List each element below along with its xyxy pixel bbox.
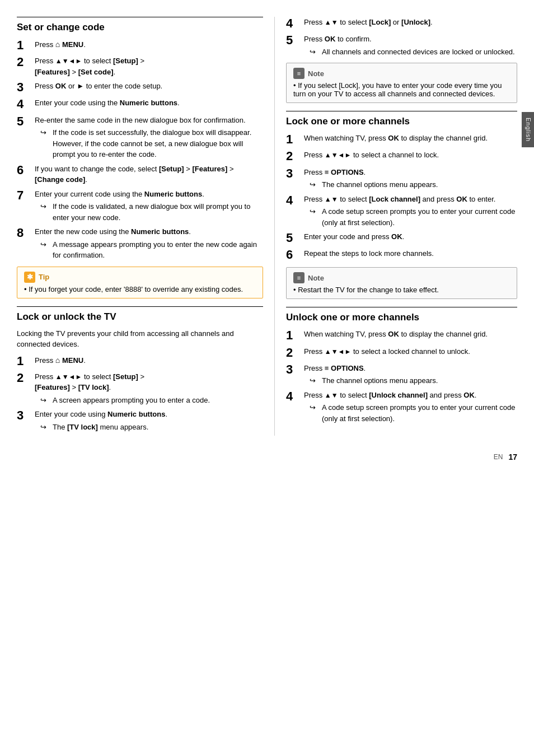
lock-channels-note-icon: ≡: [293, 272, 305, 283]
lc-step-1: 1 When watching TV, press OK to display …: [286, 133, 517, 146]
step-8: 8 Enter the new code using the Numeric b…: [17, 226, 263, 261]
step-6-content: If you want to change the code, select […: [35, 164, 263, 185]
lock-step-5: 5 Press OK to confirm. ↪ All channels an…: [286, 34, 517, 57]
uc-step-3-content: Press ≡ OPTIONS. ↪ The channel options m…: [304, 363, 517, 386]
step-5-arrow-text: If the code is set successfully, the dia…: [53, 127, 263, 160]
step-1-content: Press ⌂ MENU.: [35, 39, 263, 50]
lc-step-3-arrow: ↪ The channel options menu appears.: [310, 179, 517, 190]
lc-step-5: 5 Enter your code and press OK.: [286, 231, 517, 245]
step-1-number: 1: [17, 39, 32, 52]
lock-note-box: ≡ Note • If you select [Lock], you have …: [286, 63, 517, 103]
lc-step-6-content: Repeat the steps to lock more channels.: [304, 248, 517, 259]
lock-step-2-number: 2: [17, 371, 32, 385]
lock-step-3-arrow-text: The [TV lock] menu appears.: [53, 422, 263, 433]
step-7: 7 Enter your current code using the Nume…: [17, 189, 263, 223]
lock-step-3-arrow: ↪ The [TV lock] menu appears.: [40, 422, 263, 433]
lc-step-2-number: 2: [286, 150, 302, 163]
arrow-icon-l5: ↪: [310, 46, 320, 58]
lock-channels-note-text: • Restart the TV for the change to take …: [293, 286, 510, 294]
lock-channels-note-label: Note: [308, 274, 324, 282]
lc-step-5-number: 5: [286, 231, 302, 245]
lock-channels-note-content: Restart the TV for the change to take ef…: [298, 286, 439, 294]
lc-step-2-content: Press ▲▼◄► to select a channel to lock.: [304, 150, 517, 161]
lc-step-4: 4 Press ▲▼ to select [Lock channel] and …: [286, 194, 517, 228]
arrow-icon-uc4: ↪: [310, 402, 320, 424]
arrow-icon-l2: ↪: [40, 395, 50, 406]
lock-step-5-arrow: ↪ All channels and connected devices are…: [310, 46, 517, 58]
lock-step-5-arrow-text: All channels and connected devices are l…: [322, 46, 517, 58]
step-1: 1 Press ⌂ MENU.: [17, 39, 263, 52]
step-4-content: Enter your code using the Numeric button…: [35, 97, 263, 109]
step-3: 3 Press OK or ► to enter the code setup.: [17, 81, 263, 94]
page-footer: EN 17: [0, 447, 534, 467]
lc-step-6-number: 6: [286, 248, 302, 262]
tip-text: • If you forget your code, enter '8888' …: [24, 285, 256, 293]
lc-step-4-content: Press ▲▼ to select [Lock channel] and pr…: [304, 194, 517, 228]
lock-step-3-number: 3: [17, 409, 32, 422]
tip-box: ✱ Tip • If you forget your code, enter '…: [17, 267, 263, 298]
uc-step-1: 1 When watching TV, press OK to display …: [286, 329, 517, 342]
step-7-arrow: ↪ If the code is validated, a new dialog…: [40, 201, 263, 223]
step-3-content: Press OK or ► to enter the code setup.: [35, 81, 263, 92]
step-8-number: 8: [17, 226, 32, 240]
lock-step-3: 3 Enter your code using Numeric buttons.…: [17, 409, 263, 432]
lock-channels-note-header: ≡ Note: [293, 272, 510, 283]
lc-step-3: 3 Press ≡ OPTIONS. ↪ The channel options…: [286, 167, 517, 190]
uc-step-3: 3 Press ≡ OPTIONS. ↪ The channel options…: [286, 363, 517, 386]
uc-step-4-arrow-text: A code setup screen prompts you to enter…: [322, 402, 517, 424]
lock-step-2: 2 Press ▲▼◄► to select [Setup] > [Featur…: [17, 371, 263, 406]
uc-step-4-content: Press ▲▼ to select [Unlock channel] and …: [304, 390, 517, 424]
lock-note-header: ≡ Note: [293, 68, 510, 79]
tip-content: If you forget your code, enter '8888' to…: [29, 285, 243, 293]
lc-step-4-number: 4: [286, 194, 302, 207]
lc-step-2: 2 Press ▲▼◄► to select a channel to lock…: [286, 150, 517, 163]
lock-note-label: Note: [308, 69, 324, 78]
lock-channels-steps: 1 When watching TV, press OK to display …: [286, 133, 517, 262]
uc-step-4-number: 4: [286, 390, 302, 403]
lock-step-4-number: 4: [286, 17, 302, 30]
step-3-number: 3: [17, 81, 32, 94]
sidebar-language-tab: English: [522, 112, 534, 147]
step-8-arrow-text: A message appears prompting you to enter…: [53, 239, 263, 261]
step-5: 5 Re-enter the same code in the new dial…: [17, 115, 263, 160]
tip-header: ✱ Tip: [24, 272, 256, 283]
step-5-content: Re-enter the same code in the new dialog…: [35, 115, 263, 160]
lock-unlock-continued: 4 Press ▲▼ to select [Lock] or [Unlock].…: [286, 17, 517, 57]
lock-step-4: 4 Press ▲▼ to select [Lock] or [Unlock].: [286, 17, 517, 30]
uc-step-2: 2 Press ▲▼◄► to select a locked channel …: [286, 346, 517, 360]
step-5-number: 5: [17, 115, 32, 128]
uc-step-4: 4 Press ▲▼ to select [Unlock channel] an…: [286, 390, 517, 424]
lc-step-1-number: 1: [286, 133, 302, 146]
lc-step-3-content: Press ≡ OPTIONS. ↪ The channel options m…: [304, 167, 517, 190]
uc-step-3-arrow-text: The channel options menu appears.: [322, 375, 517, 386]
arrow-icon-7: ↪: [40, 201, 50, 223]
section-divider-3: [286, 307, 517, 307]
lc-step-4-arrow-text: A code setup screen prompts you to enter…: [322, 206, 517, 228]
page-number: 17: [508, 452, 517, 461]
lock-step-2-arrow-text: A screen appears prompting you to enter …: [53, 395, 263, 406]
unlock-channels-title: Unlock one or more channels: [286, 312, 517, 323]
step-8-content: Enter the new code using the Numeric but…: [35, 226, 263, 261]
uc-step-3-arrow: ↪ The channel options menu appears.: [310, 375, 517, 386]
tip-icon: ✱: [24, 272, 35, 283]
arrow-icon-lc4: ↪: [310, 206, 320, 228]
lock-step-5-number: 5: [286, 34, 302, 47]
step-8-arrow: ↪ A message appears prompting you to ent…: [40, 239, 263, 261]
arrow-icon-uc3: ↪: [310, 375, 320, 386]
arrow-icon-5: ↪: [40, 127, 50, 160]
lock-step-1-content: Press ⌂ MENU.: [35, 354, 263, 366]
arrow-icon-l3: ↪: [40, 422, 50, 433]
step-2-content: Press ▲▼◄► to select [Setup] > [Features…: [35, 55, 263, 77]
step-4: 4 Enter your code using the Numeric butt…: [17, 97, 263, 111]
lc-step-4-arrow: ↪ A code setup screen prompts you to ent…: [310, 206, 517, 228]
lock-step-2-content: Press ▲▼◄► to select [Setup] > [Features…: [35, 371, 263, 406]
section-divider-1: [17, 306, 263, 307]
lc-step-1-content: When watching TV, press OK to display th…: [304, 133, 517, 144]
step-2: 2 Press ▲▼◄► to select [Setup] > [Featur…: [17, 55, 263, 77]
step-2-number: 2: [17, 55, 32, 69]
page: English Set or change code 1 Press ⌂ MEN…: [0, 0, 534, 756]
set-change-steps: 1 Press ⌂ MENU. 2 Press ▲▼◄► to select […: [17, 39, 263, 261]
lock-note-icon: ≡: [293, 68, 305, 79]
lock-step-1: 1 Press ⌂ MENU.: [17, 354, 263, 368]
tip-label: Tip: [39, 273, 49, 281]
